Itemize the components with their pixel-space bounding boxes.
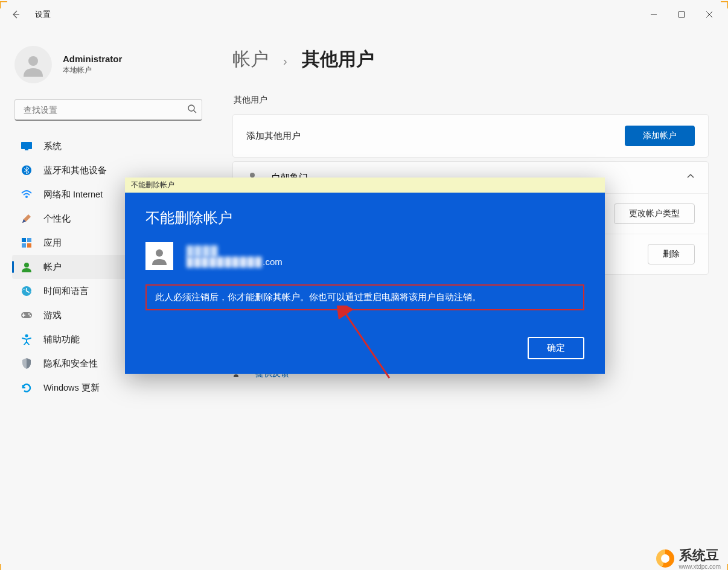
current-user-type: 本地帐户 xyxy=(63,65,122,75)
svg-point-15 xyxy=(24,263,29,267)
system-icon xyxy=(21,140,33,152)
bluetooth-icon xyxy=(21,164,33,176)
corner-mark-bl xyxy=(0,563,7,570)
corner-mark-br xyxy=(721,563,728,570)
dialog-heading: 不能删除帐户 xyxy=(145,208,584,228)
breadcrumb: 帐户 › 其他用户 xyxy=(232,47,709,72)
avatar xyxy=(14,46,52,83)
dialog-body: 不能删除帐户 ████ ██████████.com 此人必须注销后，你才能删除… xyxy=(125,193,605,374)
minimize-icon xyxy=(651,11,657,18)
sidebar-item-label: 应用 xyxy=(43,237,62,249)
dialog-email-suffix: .com xyxy=(263,257,283,267)
change-account-type-button[interactable]: 更改帐户类型 xyxy=(614,203,695,224)
svg-point-10 xyxy=(25,196,28,198)
accounts-icon xyxy=(21,261,33,273)
svg-rect-7 xyxy=(21,142,32,149)
sidebar-item-label: 个性化 xyxy=(43,213,71,225)
arrow-left-icon xyxy=(11,10,21,19)
breadcrumb-current: 其他用户 xyxy=(302,47,374,72)
svg-line-6 xyxy=(194,110,196,113)
corner-mark-tl xyxy=(0,0,7,7)
settings-window: 设置 Administrator 本地帐户 xyxy=(0,0,728,570)
sidebar-item-label: 游戏 xyxy=(43,310,62,321)
chevron-right-icon: › xyxy=(283,54,287,68)
sidebar-item-label: 网络和 Internet xyxy=(43,189,103,200)
dialog-frame-title: 不能删除帐户 xyxy=(125,178,605,193)
close-button[interactable] xyxy=(695,5,723,24)
sidebar-item-label: 系统 xyxy=(43,141,62,152)
sidebar-item-label: 蓝牙和其他设备 xyxy=(43,165,107,176)
maximize-button[interactable] xyxy=(668,5,695,24)
time-icon xyxy=(21,285,33,297)
add-account-button[interactable]: 添加帐户 xyxy=(625,126,695,146)
minimize-button[interactable] xyxy=(640,5,668,24)
svg-point-20 xyxy=(25,335,28,338)
watermark: 系统豆 www.xtdpc.com xyxy=(656,546,721,570)
current-user-block: Administrator 本地帐户 xyxy=(14,46,205,83)
chevron-up-icon xyxy=(686,172,695,183)
titlebar: 设置 xyxy=(0,0,728,29)
dialog-user-name-redacted: ████ xyxy=(187,246,283,257)
current-user-info: Administrator 本地帐户 xyxy=(63,54,122,75)
dialog-user-block: ████ ██████████.com xyxy=(145,242,584,270)
personalize-icon xyxy=(21,213,33,225)
back-button[interactable] xyxy=(5,4,27,25)
corner-mark-tr xyxy=(721,0,728,7)
breadcrumb-root[interactable]: 帐户 xyxy=(232,47,269,72)
watermark-logo-icon xyxy=(656,549,674,568)
user-icon xyxy=(21,53,45,77)
user-icon xyxy=(150,247,168,265)
svg-rect-11 xyxy=(22,238,26,242)
svg-point-19 xyxy=(30,315,31,316)
svg-rect-1 xyxy=(679,12,685,18)
current-user-name: Administrator xyxy=(63,54,122,64)
svg-point-18 xyxy=(28,313,30,315)
dialog-ok-button[interactable]: 确定 xyxy=(528,337,584,359)
svg-point-26 xyxy=(156,249,163,257)
dialog-avatar xyxy=(145,242,173,270)
svg-point-21 xyxy=(250,173,255,178)
window-title: 设置 xyxy=(35,9,51,20)
privacy-icon xyxy=(21,357,33,370)
network-icon xyxy=(21,188,33,200)
sidebar-item-label: 辅助功能 xyxy=(43,334,80,345)
sidebar-item-label: 时间和语言 xyxy=(43,286,89,297)
search-input[interactable] xyxy=(24,105,187,115)
dialog-user-email: ██████████.com xyxy=(187,257,283,267)
add-other-user-label: 添加其他用户 xyxy=(246,130,301,142)
apps-icon xyxy=(21,237,33,249)
dialog-user-info: ████ ██████████.com xyxy=(187,246,283,267)
watermark-url: www.xtdpc.com xyxy=(679,563,721,570)
window-controls xyxy=(640,5,723,24)
svg-point-5 xyxy=(188,105,194,111)
delete-account-button[interactable]: 删除 xyxy=(648,244,695,264)
cannot-delete-dialog: 不能删除帐户 不能删除帐户 ████ ██████████.com 此人必须注销… xyxy=(125,178,605,374)
svg-point-4 xyxy=(28,56,38,66)
svg-rect-12 xyxy=(27,238,31,242)
gaming-icon xyxy=(21,309,33,321)
dialog-email-redacted: ██████████ xyxy=(187,257,263,267)
watermark-brand: 系统豆 xyxy=(679,548,719,563)
dialog-message: 此人必须注销后，你才能删除其帐户。你也可以通过重启电脑将该用户自动注销。 xyxy=(145,284,584,310)
sidebar-item-label: 隐私和安全性 xyxy=(43,358,98,370)
search-icon xyxy=(187,104,197,116)
search-box[interactable] xyxy=(14,99,202,121)
maximize-icon xyxy=(679,11,685,18)
close-icon xyxy=(706,11,712,18)
section-other-users-label: 其他用户 xyxy=(234,95,709,106)
add-other-user-row: 添加其他用户 添加帐户 xyxy=(232,114,709,158)
svg-rect-8 xyxy=(25,149,28,150)
svg-rect-14 xyxy=(27,243,31,248)
sidebar-item-label: Windows 更新 xyxy=(43,382,100,394)
access-icon xyxy=(21,333,33,345)
dialog-buttons: 确定 xyxy=(145,337,584,359)
sidebar-item-update[interactable]: Windows 更新 xyxy=(12,376,205,400)
sidebar-item-system[interactable]: 系统 xyxy=(12,134,205,158)
svg-rect-13 xyxy=(22,243,26,248)
sidebar-item-label: 帐户 xyxy=(43,261,62,273)
update-icon xyxy=(21,382,33,394)
